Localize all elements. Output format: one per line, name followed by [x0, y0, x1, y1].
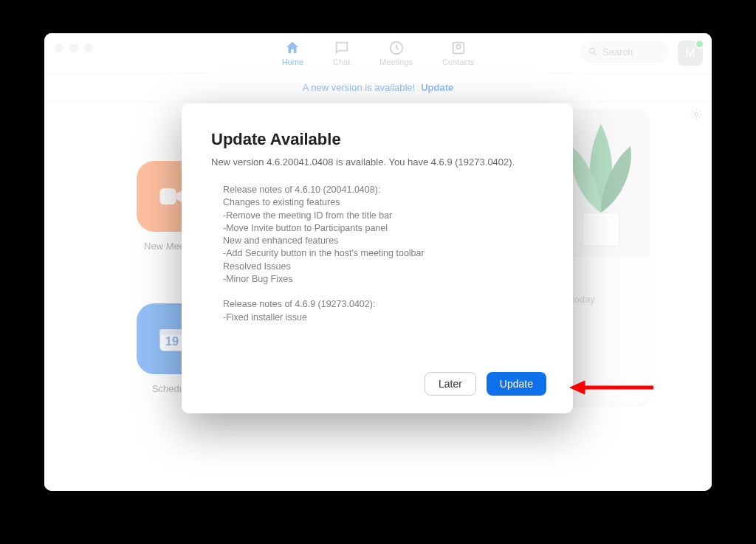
annotation-arrow-icon [568, 376, 657, 399]
modal-buttons: Later Update [425, 372, 546, 396]
tab-home[interactable]: Home [282, 40, 303, 66]
chat-icon [334, 40, 350, 56]
window-traffic-lights[interactable] [55, 44, 93, 52]
banner-text: A new version is available! [303, 82, 415, 93]
later-button[interactable]: Later [425, 372, 476, 396]
top-nav: Home Chat Meetings Contacts Search M [44, 33, 712, 74]
modal-subtitle: New version 4.6.20041.0408 is available.… [211, 156, 543, 168]
maximize-window-dot[interactable] [84, 44, 93, 52]
tab-chat-label: Chat [333, 58, 350, 66]
svg-marker-12 [570, 381, 585, 394]
search-input[interactable]: Search [580, 41, 669, 63]
avatar[interactable]: M [678, 41, 703, 66]
release-notes: Release notes of 4.6.10 (20041.0408): Ch… [223, 184, 543, 324]
tab-meetings[interactable]: Meetings [379, 40, 413, 66]
tab-contacts[interactable]: Contacts [442, 40, 474, 66]
tab-meetings-label: Meetings [379, 58, 413, 66]
svg-rect-10 [583, 213, 619, 246]
search-placeholder: Search [602, 47, 633, 58]
svg-point-3 [589, 48, 594, 53]
home-icon [284, 40, 300, 56]
tab-contacts-label: Contacts [442, 58, 474, 66]
update-button[interactable]: Update [487, 372, 546, 396]
clock-icon [388, 40, 405, 56]
banner-update-link[interactable]: Update [421, 82, 453, 93]
svg-point-5 [695, 113, 698, 117]
contacts-icon [450, 40, 467, 56]
update-modal: Update Available New version 4.6.20041.0… [182, 103, 573, 413]
avatar-initial: M [685, 47, 695, 60]
gear-icon[interactable] [690, 108, 703, 121]
svg-text:19: 19 [165, 334, 179, 348]
tab-chat[interactable]: Chat [333, 40, 350, 66]
search-icon [588, 47, 598, 57]
close-window-dot[interactable] [55, 44, 63, 52]
nav-tabs: Home Chat Meetings Contacts [282, 40, 475, 66]
svg-rect-6 [160, 188, 176, 204]
svg-line-4 [594, 53, 597, 55]
svg-point-2 [456, 44, 461, 48]
minimize-window-dot[interactable] [69, 44, 78, 52]
update-banner: A new version is available! Update [44, 74, 712, 102]
modal-title: Update Available [211, 130, 543, 149]
tab-home-label: Home [282, 58, 303, 66]
